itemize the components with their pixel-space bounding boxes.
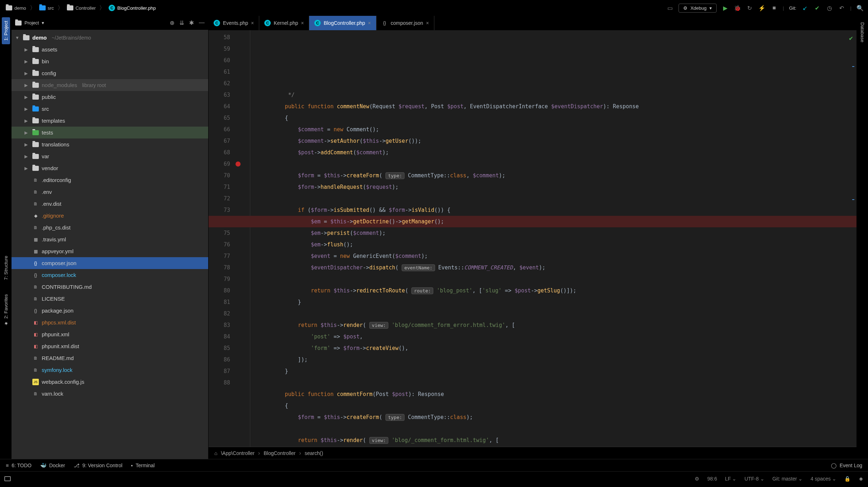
- breakpoint-icon[interactable]: [236, 161, 241, 167]
- inspection-ok-icon[interactable]: ✔: [849, 32, 853, 44]
- editor-tab[interactable]: {}composer.json×: [376, 16, 434, 30]
- marker-icon[interactable]: [852, 66, 854, 67]
- code-line[interactable]: 'form' => $form->createView(),: [259, 342, 856, 354]
- tree-item[interactable]: ▶vendor: [12, 162, 208, 174]
- tree-item[interactable]: {}composer.lock: [12, 269, 208, 281]
- tool-windows-icon[interactable]: [4, 476, 11, 481]
- code-line[interactable]: public function commentForm(Post $post):…: [259, 388, 856, 400]
- marker-icon[interactable]: [852, 199, 854, 200]
- search-icon[interactable]: 🔍: [856, 4, 864, 12]
- git-history-icon[interactable]: ◷: [826, 4, 833, 12]
- tool-tab-favorites[interactable]: ★ 2: Favorites: [2, 291, 10, 330]
- breadcrumb-item[interactable]: CBlogController.php: [107, 4, 157, 12]
- code-line[interactable]: $post->addComment($comment);: [259, 147, 856, 158]
- breadcrumb-item[interactable]: src: [38, 5, 55, 12]
- code-line[interactable]: [259, 158, 856, 170]
- code-line[interactable]: $em = $this->getDoctrine()->getManager()…: [209, 216, 856, 227]
- tree-item[interactable]: ▶src: [12, 103, 208, 115]
- tree-twisty[interactable]: ▶: [24, 71, 29, 76]
- editor-body[interactable]: 5859606162636465666768697071727374757677…: [209, 30, 856, 447]
- code-line[interactable]: 'post' => $post,: [259, 331, 856, 342]
- code-line[interactable]: $event = new GenericEvent($comment);: [259, 250, 856, 262]
- tree-item[interactable]: ▶node_moduleslibrary root: [12, 79, 208, 91]
- code-line[interactable]: [259, 423, 856, 434]
- caret-position[interactable]: 98:6: [707, 476, 717, 482]
- code-line[interactable]: {: [259, 400, 856, 411]
- tool-tab-database[interactable]: Database: [858, 19, 867, 46]
- tree-twisty[interactable]: ▶: [24, 106, 29, 111]
- tree-item[interactable]: ◧phpunit.xml.dist: [12, 340, 208, 352]
- settings-icon[interactable]: ✱: [189, 19, 194, 26]
- code-line[interactable]: [259, 193, 856, 204]
- code-line[interactable]: $form->handleRequest($request);: [259, 181, 856, 193]
- profiler-icon[interactable]: ⚡: [758, 4, 766, 12]
- code-line[interactable]: [259, 273, 856, 285]
- crumb-method[interactable]: search(): [305, 450, 323, 456]
- tool-terminal[interactable]: ▪ Terminal: [131, 463, 155, 468]
- code-line[interactable]: $em->persist($comment);: [259, 227, 856, 239]
- code-line[interactable]: [259, 377, 856, 388]
- bg-tasks-icon[interactable]: ⚙: [695, 476, 699, 482]
- tree-item[interactable]: ◧phpcs.xml.dist: [12, 317, 208, 328]
- code-line[interactable]: $form = $this->createForm( type: Comment…: [259, 411, 856, 423]
- code-line[interactable]: return $this->render( view: 'blog/commen…: [259, 319, 856, 331]
- code-line[interactable]: {: [259, 112, 856, 124]
- editor-tab[interactable]: CBlogController.php×: [309, 16, 376, 30]
- project-tree[interactable]: ▼demo~/JetBrains/demo▶assets▶bin▶config▶…: [12, 30, 208, 459]
- tree-twisty[interactable]: ▶: [24, 95, 29, 100]
- editor-tab[interactable]: CEvents.php×: [209, 16, 259, 30]
- close-icon[interactable]: ×: [426, 20, 429, 26]
- tree-item[interactable]: ▶templates: [12, 115, 208, 127]
- code-line[interactable]: ]);: [259, 354, 856, 365]
- code-area[interactable]: ✔ */ public function commentNew(Request …: [250, 30, 856, 447]
- tree-item[interactable]: 🗎CONTRIBUTING.md: [12, 281, 208, 293]
- tree-item[interactable]: 🗎.env.dist: [12, 198, 208, 210]
- tree-twisty[interactable]: ▶: [24, 83, 29, 88]
- tree-item[interactable]: {}package.json: [12, 305, 208, 317]
- tree-item[interactable]: 🗎LICENSE: [12, 293, 208, 305]
- tool-tab-structure[interactable]: 7: Structure: [2, 252, 10, 283]
- code-line[interactable]: public function commentNew(Request $requ…: [259, 101, 856, 112]
- inspector-icon[interactable]: ☻: [858, 476, 864, 482]
- tool-todo[interactable]: ≡ 6: TODO: [6, 463, 32, 468]
- code-line[interactable]: if ($form->isSubmitted() && $form->isVal…: [259, 204, 856, 216]
- tree-item[interactable]: ◧phpunit.xml: [12, 328, 208, 340]
- encoding[interactable]: UTF-8 ⌄: [744, 476, 764, 482]
- breadcrumb-item[interactable]: Controller: [65, 5, 97, 12]
- code-line[interactable]: return $this->redirectToRoute( route: 'b…: [259, 285, 856, 296]
- code-line[interactable]: }: [259, 365, 856, 377]
- code-line[interactable]: $em->flush();: [259, 239, 856, 250]
- tree-item[interactable]: ◆.gitignore: [12, 210, 208, 222]
- tree-twisty[interactable]: ▶: [24, 166, 29, 171]
- tree-item[interactable]: ▶assets: [12, 44, 208, 55]
- tree-item[interactable]: ▶config: [12, 67, 208, 79]
- indent[interactable]: 4 spaces ⌄: [810, 476, 836, 482]
- tool-docker[interactable]: 🐳 Docker: [40, 463, 65, 468]
- tree-item[interactable]: ▶bin: [12, 55, 208, 67]
- line-ending[interactable]: LF ⌄: [725, 476, 736, 482]
- code-line[interactable]: $eventDispatcher->dispatch( eventName: E…: [259, 262, 856, 273]
- tree-item[interactable]: 🗎.php_cs.dist: [12, 222, 208, 233]
- tree-item[interactable]: ▶var: [12, 150, 208, 162]
- collapse-icon[interactable]: ⇊: [179, 19, 184, 26]
- tree-item[interactable]: 🗎varn.lock: [12, 388, 208, 400]
- run-icon[interactable]: ▶: [722, 4, 729, 12]
- code-line[interactable]: [259, 308, 856, 319]
- project-view-selector[interactable]: Project ▾: [15, 20, 44, 26]
- tree-twisty[interactable]: ▶: [24, 154, 29, 159]
- editor-tab[interactable]: CKernel.php×: [259, 16, 309, 30]
- crumb-namespace[interactable]: \App\Controller: [221, 450, 254, 456]
- tree-item[interactable]: JSwebpack.config.js: [12, 376, 208, 388]
- editor-breadcrumbs[interactable]: ⌂ \App\Controller › BlogController › sea…: [209, 447, 856, 459]
- tree-item[interactable]: 🗎README.md: [12, 352, 208, 364]
- tree-twisty[interactable]: ▶: [24, 118, 29, 123]
- code-line[interactable]: */: [259, 89, 856, 101]
- debug-icon[interactable]: 🐞: [734, 4, 741, 12]
- crumb-class[interactable]: BlogController: [264, 450, 296, 456]
- tree-item[interactable]: 🗎symfony.lock: [12, 364, 208, 376]
- code-line[interactable]: $comment = new Comment();: [259, 124, 856, 135]
- code-line[interactable]: return $this->render( view: 'blog/_comme…: [259, 434, 856, 446]
- run-config-selector[interactable]: ⚙ Xdebug ▾: [679, 4, 717, 13]
- close-icon[interactable]: ×: [368, 20, 371, 26]
- code-line[interactable]: $comment->setAuthor($this->getUser());: [259, 135, 856, 147]
